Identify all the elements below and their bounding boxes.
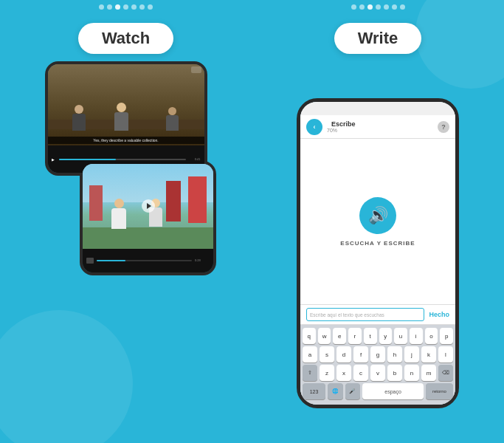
app-header: ‹ Escribe 70% ? — [300, 115, 455, 139]
keyboard-row-3: ⇧ z x c v b n m ⌫ — [303, 365, 453, 381]
key-d[interactable]: d — [336, 346, 351, 363]
right-phone-screen: ‹ Escribe 70% ? 🔊 ESCUCHA Y ESCRIBE — [300, 102, 455, 405]
key-u[interactable]: u — [394, 328, 407, 344]
dot — [376, 4, 381, 10]
input-placeholder: Escribe aquí el texto que escuchas — [310, 312, 384, 317]
dots-row-right — [351, 0, 405, 10]
bg-decoration-right — [415, 0, 504, 89]
left-panel: Watch — [0, 0, 252, 443]
bg-decoration — [0, 310, 133, 443]
dot — [99, 4, 104, 10]
key-i[interactable]: i — [410, 328, 423, 344]
hecho-button[interactable]: Hecho — [429, 311, 449, 318]
text-input-area: Escribe aquí el texto que escuchas Hecho — [300, 304, 455, 325]
key-r[interactable]: r — [348, 328, 362, 344]
listen-label: ESCUCHA Y ESCRIBE — [340, 240, 415, 247]
key-s[interactable]: s — [320, 346, 334, 363]
key-123[interactable]: 123 — [303, 383, 325, 399]
key-shift[interactable]: ⇧ — [303, 365, 317, 381]
key-g[interactable]: g — [370, 346, 385, 363]
key-backspace[interactable]: ⌫ — [438, 365, 453, 381]
top-phone-screen: Yes, they describe a valuable collection… — [48, 64, 204, 173]
speaker-symbol: 🔊 — [368, 206, 388, 225]
key-m[interactable]: m — [421, 365, 436, 381]
key-v[interactable]: v — [370, 365, 385, 381]
write-section-label: Write — [334, 23, 422, 54]
header-subtitle: 70% — [327, 128, 356, 133]
dot — [384, 4, 389, 10]
key-l[interactable]: l — [438, 346, 453, 363]
key-x[interactable]: x — [336, 365, 351, 381]
progress-fill — [59, 159, 116, 160]
key-globe[interactable]: 🌐 — [328, 383, 343, 399]
header-title: Escribe — [331, 120, 356, 128]
key-z[interactable]: z — [320, 365, 334, 381]
dot-active — [115, 4, 120, 10]
dot — [400, 4, 405, 10]
dots-row — [99, 0, 153, 10]
key-t[interactable]: t — [364, 328, 377, 344]
key-k[interactable]: k — [421, 346, 436, 363]
status-bar — [300, 102, 455, 115]
key-p[interactable]: p — [440, 328, 453, 344]
bottom-phone-screen: 0:28 — [83, 164, 213, 272]
key-mic[interactable]: 🎤 — [345, 383, 361, 399]
back-button[interactable]: ‹ — [306, 119, 322, 135]
key-a[interactable]: a — [303, 346, 317, 363]
key-e[interactable]: e — [333, 328, 346, 344]
key-n[interactable]: n — [404, 365, 419, 381]
speaker-icon[interactable]: 🔊 — [359, 197, 396, 234]
dot — [139, 4, 145, 10]
dot — [123, 4, 128, 10]
subtitle-text: Yes, they describe a valuable collection… — [48, 137, 204, 144]
dot — [107, 4, 112, 10]
video-controls-bottom: 0:28 — [83, 249, 213, 272]
dot-active — [367, 4, 373, 10]
watch-section-label: Watch — [78, 23, 173, 54]
key-y[interactable]: y — [379, 328, 393, 344]
key-o[interactable]: o — [425, 328, 438, 344]
key-q[interactable]: q — [303, 328, 316, 344]
audio-section: 🔊 ESCUCHA Y ESCRIBE — [300, 139, 455, 304]
keyboard-row-1: q w e r t y u i o p — [303, 328, 453, 344]
dot — [351, 4, 356, 10]
keyboard: q w e r t y u i o p a s d f g — [300, 325, 455, 405]
progress-bar — [59, 159, 186, 160]
keyboard-row-2: a s d f g h j k l — [303, 346, 453, 363]
keyboard-row-4: 123 🌐 🎤 espaço retorno — [303, 383, 453, 399]
play-icon — [147, 203, 151, 209]
key-j[interactable]: j — [404, 346, 419, 363]
help-button[interactable]: ? — [438, 121, 449, 133]
mini-control — [86, 258, 94, 264]
text-input-field[interactable]: Escribe aquí el texto que escuchas — [306, 308, 424, 321]
dot — [359, 4, 365, 10]
key-h[interactable]: h — [387, 346, 402, 363]
key-w[interactable]: w — [318, 328, 331, 344]
dot — [148, 4, 153, 10]
dot — [392, 4, 397, 10]
top-phone: Yes, they describe a valuable collection… — [45, 61, 207, 176]
play-button-overlay[interactable] — [142, 199, 155, 213]
key-return[interactable]: retorno — [426, 383, 453, 399]
dot — [131, 4, 137, 10]
video-scene-top: Yes, they describe a valuable collection… — [48, 64, 204, 145]
key-space[interactable]: espaço — [362, 383, 424, 399]
right-phone: ‹ Escribe 70% ? 🔊 ESCUCHA Y ESCRIBE — [297, 98, 459, 408]
bottom-phone: 0:28 — [80, 161, 216, 275]
right-panel: Write ‹ Escribe 70% ? — [252, 0, 504, 443]
key-b[interactable]: b — [387, 365, 402, 381]
video-scene-bottom — [83, 164, 213, 249]
key-f[interactable]: f — [353, 346, 368, 363]
key-c[interactable]: c — [353, 365, 368, 381]
